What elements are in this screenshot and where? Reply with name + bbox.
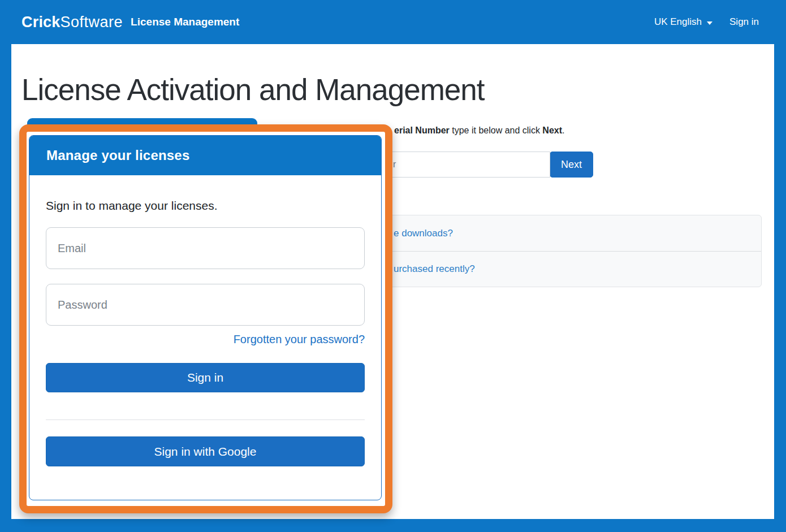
serial-instruction-text: erial Number type it below and click Nex…: [394, 126, 564, 136]
sign-in-subtitle: Sign in to manage your licenses.: [46, 199, 365, 213]
content-panel: License Activation and Management erial …: [11, 44, 774, 519]
page: CrickSoftware License Management UK Engl…: [0, 0, 786, 532]
manage-licenses-card-body: Sign in to manage your licenses. Forgott…: [29, 199, 381, 466]
manage-licenses-card-header: Manage your licenses: [29, 136, 381, 175]
header-sign-in-link[interactable]: Sign in: [729, 16, 759, 28]
page-title: License Activation and Management: [21, 72, 485, 107]
faq-row-downloads: e downloads?: [340, 215, 761, 251]
brand-logo[interactable]: CrickSoftware: [21, 14, 123, 31]
faq-link-downloads[interactable]: e downloads?: [394, 228, 453, 239]
faq-link-purchased[interactable]: urchased recently?: [394, 263, 475, 275]
forgot-password-row: Forgotten your password?: [46, 333, 365, 346]
language-dropdown-label: UK English: [654, 16, 702, 28]
forgot-password-link[interactable]: Forgotten your password?: [234, 333, 365, 345]
brand-light: Software: [61, 14, 123, 31]
manage-licenses-card-title: Manage your licenses: [46, 148, 189, 163]
faq-accordion: e downloads? urchased recently?: [339, 215, 762, 287]
product-title: License Management: [131, 16, 239, 28]
sign-in-with-google-button[interactable]: Sign in with Google: [46, 436, 365, 466]
chevron-down-icon: [707, 21, 712, 25]
serial-instruction-bold: erial Number: [394, 126, 450, 135]
password-field[interactable]: [46, 284, 365, 326]
faq-row-purchased: urchased recently?: [340, 251, 761, 287]
highlight-annotation-box: Manage your licenses Sign in to manage y…: [19, 124, 392, 513]
manage-licenses-card: Manage your licenses Sign in to manage y…: [29, 135, 382, 500]
serial-instruction-next-bold: Next: [542, 126, 562, 135]
serial-number-placeholder-fragment: r: [393, 159, 396, 170]
header-right: UK English Sign in: [654, 16, 759, 28]
divider: [46, 419, 365, 420]
language-dropdown[interactable]: UK English: [654, 16, 712, 28]
next-button[interactable]: Next: [550, 152, 593, 178]
app-header: CrickSoftware License Management UK Engl…: [0, 0, 786, 44]
email-field[interactable]: [46, 227, 365, 269]
brand-bold: Crick: [21, 14, 61, 31]
sign-in-button[interactable]: Sign in: [46, 363, 365, 392]
